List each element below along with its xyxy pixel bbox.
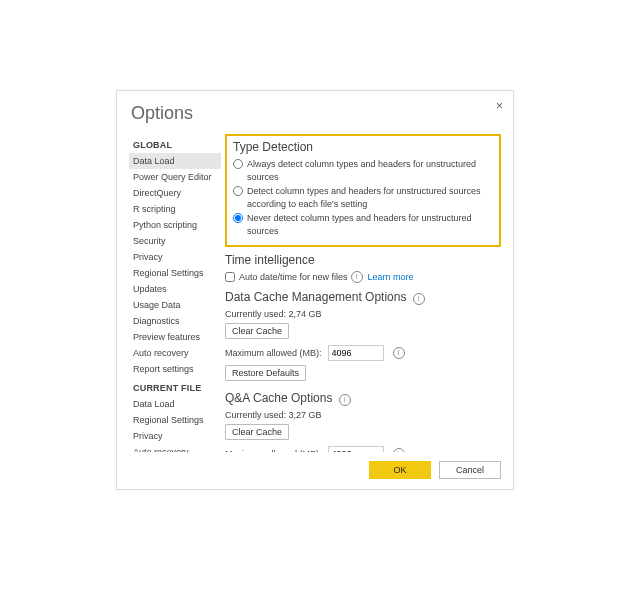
data-cache-max-row: Maximum allowed (MB): i [225,345,501,361]
sidebar-item[interactable]: Power Query Editor [129,169,221,185]
auto-datetime-label: Auto date/time for new files [239,271,348,284]
type-detection-radio[interactable] [233,213,243,223]
sidebar-group-header: GLOBAL [133,140,221,150]
close-icon[interactable]: × [496,99,503,113]
type-detection-radio[interactable] [233,186,243,196]
data-cache-restore-button[interactable]: Restore Defaults [225,365,306,381]
sidebar-scroll[interactable]: GLOBALData LoadPower Query EditorDirectQ… [129,134,221,452]
cancel-button[interactable]: Cancel [439,461,501,479]
info-icon[interactable]: i [393,347,405,359]
auto-datetime-checkbox[interactable] [225,272,235,282]
sidebar-item[interactable]: Preview features [129,329,221,345]
type-detection-title: Type Detection [233,140,493,154]
qa-cache-clear-button[interactable]: Clear Cache [225,424,289,440]
sidebar-item[interactable]: DirectQuery [129,185,221,201]
info-icon[interactable]: i [413,293,425,305]
sidebar-item[interactable]: Report settings [129,361,221,377]
qa-cache-current: Currently used: 3,27 GB [225,410,501,420]
time-intelligence-title: Time intelligence [225,253,501,267]
sidebar-item[interactable]: Regional Settings [129,412,221,428]
data-cache-max-label: Maximum allowed (MB): [225,348,322,358]
auto-datetime-row: Auto date/time for new files i Learn mor… [225,271,501,284]
sidebar-item[interactable]: Python scripting [129,217,221,233]
type-detection-highlight: Type Detection Always detect column type… [225,134,501,247]
type-detection-radio[interactable] [233,159,243,169]
type-detection-label: Always detect column types and headers f… [247,158,493,184]
sidebar-item[interactable]: Privacy [129,428,221,444]
dialog-footer: OK Cancel [369,461,501,479]
sidebar-item[interactable]: Updates [129,281,221,297]
dialog-body: GLOBALData LoadPower Query EditorDirectQ… [129,134,501,452]
sidebar: GLOBALData LoadPower Query EditorDirectQ… [129,134,221,452]
data-cache-clear-button[interactable]: Clear Cache [225,323,289,339]
sidebar-item[interactable]: R scripting [129,201,221,217]
sidebar-group-header: CURRENT FILE [133,383,221,393]
qa-cache-title: Q&A Cache Options i [225,391,501,406]
main-panel: Type Detection Always detect column type… [225,134,501,452]
learn-more-link[interactable]: Learn more [368,271,414,284]
qa-cache-max-input[interactable] [328,446,384,452]
info-icon[interactable]: i [393,448,405,452]
data-cache-max-input[interactable] [328,345,384,361]
info-icon[interactable]: i [351,271,363,283]
dialog-title: Options [131,103,501,124]
sidebar-item[interactable]: Security [129,233,221,249]
data-cache-current: Currently used: 2,74 GB [225,309,501,319]
sidebar-item[interactable]: Auto recovery [129,345,221,361]
ok-button[interactable]: OK [369,461,431,479]
type-detection-option[interactable]: Always detect column types and headers f… [233,158,493,184]
data-cache-title: Data Cache Management Options i [225,290,501,305]
sidebar-item[interactable]: Usage Data [129,297,221,313]
type-detection-option[interactable]: Never detect column types and headers fo… [233,212,493,238]
sidebar-item[interactable]: Diagnostics [129,313,221,329]
sidebar-item[interactable]: Auto recovery [129,444,221,452]
sidebar-item[interactable]: Privacy [129,249,221,265]
qa-cache-max-label: Maximum allowed (MB): [225,449,322,452]
sidebar-item[interactable]: Data Load [129,153,221,169]
options-dialog: × Options GLOBALData LoadPower Query Edi… [116,90,514,490]
type-detection-label: Detect column types and headers for unst… [247,185,493,211]
sidebar-item[interactable]: Data Load [129,396,221,412]
qa-cache-max-row: Maximum allowed (MB): i [225,446,501,452]
type-detection-label: Never detect column types and headers fo… [247,212,493,238]
info-icon[interactable]: i [339,394,351,406]
type-detection-option[interactable]: Detect column types and headers for unst… [233,185,493,211]
sidebar-item[interactable]: Regional Settings [129,265,221,281]
